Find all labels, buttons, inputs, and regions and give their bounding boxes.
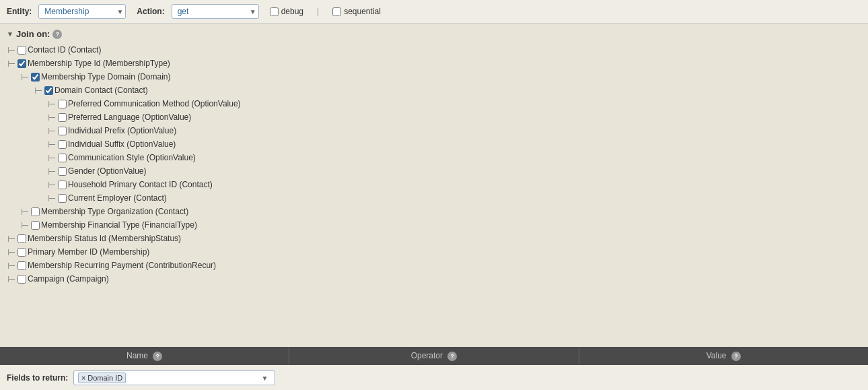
primary-member-id-checkbox[interactable] <box>17 248 26 257</box>
main-content: ▼ Join on: ? ⊢ Contact ID (Contact) ⊢ Me… <box>0 24 868 347</box>
tree-branch-icon: ⊢ <box>47 166 57 176</box>
toggle-arrow-icon: ▼ <box>7 30 13 38</box>
item-label: Preferred Language (OptionValue) <box>68 112 191 122</box>
list-item: ⊢ Individual Prefix (OptionValue) <box>47 124 861 137</box>
item-label: Household Primary Contact ID (Contact) <box>68 180 213 189</box>
tree-branch-icon: ⊢ <box>47 179 57 190</box>
action-label: Action: <box>137 7 164 16</box>
list-item: ⊢ Membership Recurring Payment (Contribu… <box>7 259 861 272</box>
list-item: ⊢ Preferred Language (OptionValue) <box>47 110 861 124</box>
membership-recurring-checkbox[interactable] <box>17 261 26 270</box>
item-label: Individual Suffix (OptionValue) <box>68 139 176 149</box>
tree-list: ⊢ Contact ID (Contact) ⊢ Membership Type… <box>7 43 861 286</box>
list-item: ⊢ Gender (OptionValue) <box>47 164 861 178</box>
fields-to-return-bar: Fields to return: × Domain ID ▼ <box>0 365 868 390</box>
entity-field: Entity: Membership ▼ <box>7 4 126 19</box>
action-select[interactable]: get <box>172 4 259 19</box>
tree-branch-icon: ⊢ <box>7 247 16 257</box>
tree-branch-icon: ⊢ <box>47 193 57 203</box>
tree-branch-icon: ⊢ <box>7 44 16 55</box>
join-on-label: Join on: <box>16 29 50 39</box>
membership-type-id-checkbox[interactable] <box>17 59 26 68</box>
entity-select-wrapper[interactable]: Membership ▼ <box>38 4 126 19</box>
operator-cell: Operator ? <box>289 347 579 365</box>
membership-status-id-checkbox[interactable] <box>17 234 26 243</box>
bottom-bar: Name ? Operator ? Value ? <box>0 347 868 365</box>
name-cell: Name ? <box>0 347 289 365</box>
item-label: Membership Type Domain (Domain) <box>41 72 171 82</box>
tree-branch-icon: ⊢ <box>20 220 30 230</box>
tree-branch-icon: ⊢ <box>47 152 57 163</box>
debug-checkbox-group: debug <box>270 7 303 16</box>
tree-branch-icon: ⊢ <box>34 85 43 96</box>
membership-type-org-checkbox[interactable] <box>31 207 40 216</box>
fields-dropdown-arrow-icon[interactable]: ▼ <box>261 375 268 382</box>
item-label: Campaign (Campaign) <box>28 274 109 284</box>
current-employer-checkbox[interactable] <box>58 194 67 203</box>
tree-branch-icon: ⊢ <box>47 125 57 136</box>
list-item: ⊢ Membership Type Id (MembershipType) <box>7 57 861 70</box>
name-label: Name <box>126 351 148 360</box>
sequential-label: sequential <box>344 7 381 16</box>
tag-label: Domain ID <box>87 374 122 382</box>
operator-help-icon[interactable]: ? <box>447 352 457 361</box>
entity-select[interactable]: Membership <box>38 4 126 19</box>
list-item: ⊢ Household Primary Contact ID (Contact) <box>47 178 861 191</box>
action-select-wrapper[interactable]: get ▼ <box>172 4 259 19</box>
membership-type-domain-checkbox[interactable] <box>31 73 40 82</box>
item-label: Membership Type Organization (Contact) <box>41 207 188 216</box>
membership-financial-checkbox[interactable] <box>31 221 40 230</box>
contact-id-checkbox[interactable] <box>17 46 26 55</box>
value-help-icon[interactable]: ? <box>731 352 741 361</box>
item-label: Contact ID (Contact) <box>28 45 101 55</box>
join-on-help-icon[interactable]: ? <box>52 30 62 39</box>
item-label: Gender (OptionValue) <box>68 166 147 176</box>
top-bar: Entity: Membership ▼ Action: get ▼ debug… <box>0 0 868 24</box>
individual-prefix-checkbox[interactable] <box>58 127 67 135</box>
sequential-checkbox-group: sequential <box>332 7 381 16</box>
gender-checkbox[interactable] <box>58 167 67 176</box>
comm-style-checkbox[interactable] <box>58 154 67 162</box>
list-item: ⊢ Membership Type Organization (Contact) <box>20 205 861 218</box>
list-item: ⊢ Current Employer (Contact) <box>47 191 861 205</box>
tree-branch-icon: ⊢ <box>7 233 16 244</box>
list-item: ⊢ Membership Type Domain (Domain) <box>20 70 861 84</box>
item-label: Domain Contact (Contact) <box>55 86 148 95</box>
item-label: Membership Financial Type (FinancialType… <box>41 220 197 230</box>
individual-suffix-checkbox[interactable] <box>58 140 67 149</box>
preferred-comm-checkbox[interactable] <box>58 100 67 108</box>
tree-branch-icon: ⊢ <box>47 112 57 123</box>
list-item: ⊢ Individual Suffix (OptionValue) <box>47 137 861 151</box>
tree-branch-icon: ⊢ <box>20 206 30 217</box>
fields-to-return-label: Fields to return: <box>7 373 68 383</box>
household-primary-checkbox[interactable] <box>58 181 67 189</box>
item-label: Preferred Communication Method (OptionVa… <box>68 99 241 108</box>
item-label: Membership Recurring Payment (Contributi… <box>28 261 216 270</box>
value-label: Value <box>707 351 727 360</box>
separator: | <box>317 7 319 16</box>
join-on-section: ▼ Join on: ? ⊢ Contact ID (Contact) ⊢ Me… <box>7 29 861 286</box>
tree-branch-icon: ⊢ <box>7 273 16 284</box>
debug-label: debug <box>281 7 303 16</box>
campaign-checkbox[interactable] <box>17 275 26 284</box>
fields-select-wrapper[interactable]: × Domain ID ▼ <box>73 370 275 385</box>
remove-icon[interactable]: × <box>81 375 85 382</box>
tree-branch-icon: ⊢ <box>20 71 30 82</box>
item-label: Communication Style (OptionValue) <box>68 153 196 162</box>
domain-contact-checkbox[interactable] <box>44 86 53 95</box>
sequential-checkbox[interactable] <box>332 7 341 16</box>
item-label: Current Employer (Contact) <box>68 193 167 203</box>
list-item: ⊢ Membership Status Id (MembershipStatus… <box>7 232 861 245</box>
name-help-icon[interactable]: ? <box>153 352 162 361</box>
list-item: ⊢ Communication Style (OptionValue) <box>47 151 861 164</box>
list-item: ⊢ Preferred Communication Method (Option… <box>47 97 861 110</box>
entity-label: Entity: <box>7 7 32 16</box>
list-item: ⊢ Primary Member ID (Membership) <box>7 245 861 259</box>
list-item: ⊢ Membership Financial Type (FinancialTy… <box>20 218 861 232</box>
join-on-header[interactable]: ▼ Join on: ? <box>7 29 861 39</box>
debug-checkbox[interactable] <box>270 7 279 16</box>
item-label: Membership Status Id (MembershipStatus) <box>28 234 181 243</box>
preferred-lang-checkbox[interactable] <box>58 113 67 122</box>
item-label: Primary Member ID (Membership) <box>28 247 149 257</box>
item-label: Membership Type Id (MembershipType) <box>28 59 170 68</box>
